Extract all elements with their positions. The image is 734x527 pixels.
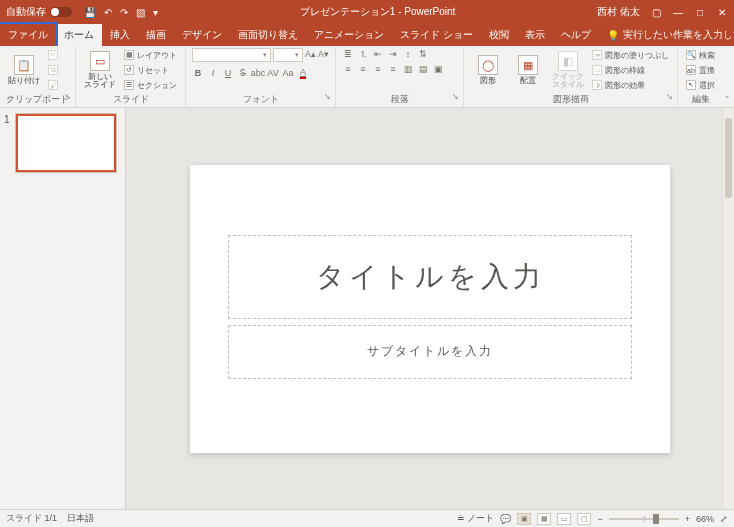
layout-icon: ▦ — [124, 50, 134, 60]
slide[interactable]: タイトルを入力 サブタイトルを入力 — [190, 165, 670, 453]
zoom-value[interactable]: 66% — [696, 514, 714, 524]
group-drawing: ◯図形 ▦配置 ◧クイック スタイル ▰図形の塗りつぶし ▭図形の枠線 ◑図形の… — [464, 46, 678, 107]
tab-transitions[interactable]: 画面切り替え — [230, 24, 306, 46]
select-button[interactable]: ↖選択 — [684, 78, 717, 92]
redo-icon[interactable]: ↷ — [120, 7, 128, 18]
collapse-ribbon-icon[interactable]: ˄ — [725, 95, 730, 105]
columns-icon[interactable]: ▥ — [402, 63, 414, 75]
zoom-slider-knob[interactable] — [653, 514, 659, 524]
comments-pane-icon[interactable]: 💬 — [500, 514, 511, 524]
arrange-button[interactable]: ▦配置 — [510, 48, 546, 92]
italic-icon[interactable]: I — [207, 67, 219, 79]
tab-slideshow[interactable]: スライド ショー — [392, 24, 481, 46]
find-button[interactable]: 🔍検索 — [684, 48, 717, 62]
undo-icon[interactable]: ↶ — [104, 7, 112, 18]
spacing-icon[interactable]: AV — [267, 67, 279, 79]
tab-animations[interactable]: アニメーション — [306, 24, 392, 46]
close-icon[interactable]: ✕ — [716, 7, 728, 18]
drawing-launcher-icon[interactable]: ↘ — [666, 92, 673, 101]
align-left-icon[interactable]: ≡ — [342, 63, 354, 75]
font-color-icon[interactable]: A — [297, 67, 309, 79]
notes-button[interactable]: ≐ ノート — [457, 512, 495, 525]
line-spacing-icon[interactable]: ↕ — [402, 48, 414, 60]
ribbon: 📋 貼り付け ✂ ⧉ 🖌 クリップボード↘ ▭ 新しい スライド ▦レイアウト … — [0, 46, 734, 108]
justify-icon[interactable]: ≡ — [387, 63, 399, 75]
replace-button[interactable]: ab置換 — [684, 63, 717, 77]
layout-button[interactable]: ▦レイアウト — [122, 48, 179, 62]
ribbon-display-options-icon[interactable]: ▢ — [650, 7, 662, 18]
align-center-icon[interactable]: ≡ — [357, 63, 369, 75]
group-editing: 🔍検索 ab置換 ↖選択 編集 — [678, 46, 723, 107]
reading-view-icon[interactable]: ▭ — [557, 513, 571, 525]
font-size-combo[interactable]: ▾ — [273, 48, 303, 62]
sorter-view-icon[interactable]: ▦ — [537, 513, 551, 525]
tab-home[interactable]: ホーム — [56, 24, 102, 46]
align-right-icon[interactable]: ≡ — [372, 63, 384, 75]
paste-button[interactable]: 📋 貼り付け — [6, 48, 42, 92]
minimize-icon[interactable]: — — [672, 7, 684, 18]
bold-icon[interactable]: B — [192, 67, 204, 79]
user-name[interactable]: 西村 佑太 — [597, 5, 640, 19]
align-text-icon[interactable]: ▤ — [417, 63, 429, 75]
copy-button[interactable]: ⧉ — [46, 63, 60, 77]
slideshow-view-icon[interactable]: ▢ — [577, 513, 591, 525]
numbering-icon[interactable]: ⒈ — [357, 48, 369, 60]
format-painter-button[interactable]: 🖌 — [46, 78, 60, 92]
shapes-button[interactable]: ◯図形 — [470, 48, 506, 92]
normal-view-icon[interactable]: ▣ — [517, 513, 531, 525]
subtitle-placeholder[interactable]: サブタイトルを入力 — [228, 325, 632, 379]
new-slide-button[interactable]: ▭ 新しい スライド — [82, 48, 118, 92]
arrange-icon: ▦ — [518, 55, 538, 75]
slide-canvas-area[interactable]: タイトルを入力 サブタイトルを入力 — [126, 108, 734, 509]
clipboard-launcher-icon[interactable]: ↘ — [64, 92, 71, 101]
tab-review[interactable]: 校閲 — [481, 24, 517, 46]
autosave-toggle[interactable]: 自動保存 — [6, 5, 72, 19]
save-icon[interactable]: 💾 — [84, 7, 96, 18]
bucket-icon: ▰ — [592, 50, 602, 60]
slide-thumbnail-1[interactable] — [16, 114, 116, 172]
qat-customize-icon[interactable]: ▾ — [153, 7, 158, 18]
reset-button[interactable]: ↺リセット — [122, 63, 179, 77]
tab-help[interactable]: ヘルプ — [553, 24, 599, 46]
shadow-icon[interactable]: abc — [252, 67, 264, 79]
font-launcher-icon[interactable]: ↘ — [324, 92, 331, 101]
section-button[interactable]: ☰セクション — [122, 78, 179, 92]
tell-me-search[interactable]: 💡 実行したい作業を入力してください — [599, 24, 734, 46]
shape-outline-button[interactable]: ▭図形の枠線 — [590, 63, 671, 77]
zoom-out-button[interactable]: − — [597, 514, 602, 524]
tab-file[interactable]: ファイル — [0, 24, 56, 46]
fit-to-window-icon[interactable]: ⤢ — [720, 514, 728, 524]
shrink-font-icon[interactable]: A▾ — [318, 48, 329, 60]
smartart-icon[interactable]: ▣ — [432, 63, 444, 75]
slide-counter[interactable]: スライド 1/1 — [6, 512, 57, 525]
tab-view[interactable]: 表示 — [517, 24, 553, 46]
strike-icon[interactable]: S̶ — [237, 67, 249, 79]
cut-button[interactable]: ✂ — [46, 48, 60, 62]
chevron-down-icon: ▾ — [263, 51, 267, 59]
tab-design[interactable]: デザイン — [174, 24, 230, 46]
underline-icon[interactable]: U — [222, 67, 234, 79]
zoom-slider[interactable] — [609, 518, 679, 520]
paragraph-launcher-icon[interactable]: ↘ — [452, 92, 459, 101]
bullets-icon[interactable]: ≣ — [342, 48, 354, 60]
maximize-icon[interactable]: □ — [694, 7, 706, 18]
indent-increase-icon[interactable]: ⇥ — [387, 48, 399, 60]
shape-fill-button[interactable]: ▰図形の塗りつぶし — [590, 48, 671, 62]
title-placeholder[interactable]: タイトルを入力 — [228, 235, 632, 319]
zoom-in-button[interactable]: + — [685, 514, 690, 524]
vertical-scrollbar[interactable] — [722, 108, 734, 509]
scrollbar-thumb[interactable] — [725, 118, 732, 198]
shape-effects-button[interactable]: ◑図形の効果 — [590, 78, 671, 92]
indent-decrease-icon[interactable]: ⇤ — [372, 48, 384, 60]
text-direction-icon[interactable]: ⇅ — [417, 48, 429, 60]
slideshow-start-icon[interactable]: ▧ — [136, 7, 145, 18]
slide-thumbnail-panel[interactable]: 1 — [0, 108, 126, 509]
font-family-combo[interactable]: ▾ — [192, 48, 271, 62]
grow-font-icon[interactable]: A▴ — [305, 48, 316, 60]
tab-draw[interactable]: 描画 — [138, 24, 174, 46]
tab-insert[interactable]: 挿入 — [102, 24, 138, 46]
case-icon[interactable]: Aa — [282, 67, 294, 79]
quick-styles-button[interactable]: ◧クイック スタイル — [550, 48, 586, 92]
group-clipboard: 📋 貼り付け ✂ ⧉ 🖌 クリップボード↘ — [0, 46, 76, 107]
language-indicator[interactable]: 日本語 — [67, 512, 94, 525]
